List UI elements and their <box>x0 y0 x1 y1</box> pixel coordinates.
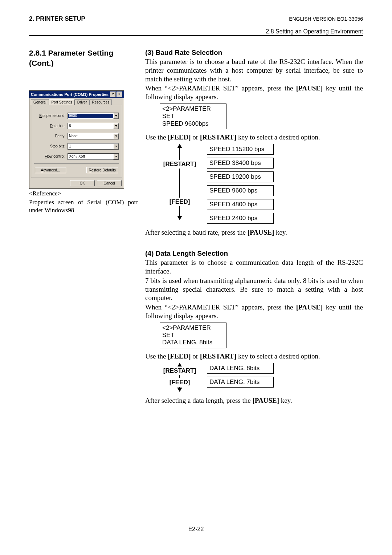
ok-button[interactable]: OK <box>70 180 95 186</box>
s3-p2: When “<2>PARAMETER SET” appears, press t… <box>145 84 363 101</box>
chevron-down-icon[interactable] <box>113 133 119 139</box>
parity-select[interactable]: None <box>68 133 119 139</box>
section-title: 2.8.1 Parameter Setting (Cont.) <box>29 48 138 69</box>
help-icon[interactable]: ? <box>110 92 116 97</box>
stopbits-select[interactable]: 1 <box>68 143 119 150</box>
arrow-down-icon <box>177 216 182 220</box>
speed-option: SPEED 19200 bps <box>207 171 274 182</box>
com-properties-dialog: Communications Port (COM1) Properties ? … <box>29 90 124 189</box>
s4-options: [RESTART] [FEED] DATA LENG. 8bits DATA L… <box>160 363 363 392</box>
chevron-down-icon[interactable] <box>113 113 119 119</box>
lcd-line1: <2>PARAMETER SET <box>162 324 224 339</box>
flow-select[interactable]: Xon / Xoff <box>68 153 119 160</box>
page: 2. PRINTER SETUP ENGLISH VERSION EO1-330… <box>0 0 392 555</box>
s4-lcd: <2>PARAMETER SET DATA LENG. 8bits <box>160 323 226 348</box>
databits-label: Data bits: <box>34 124 68 128</box>
arrow-down-icon <box>177 388 182 392</box>
s4-p3: When “<2>PARAMETER SET” appears, press t… <box>145 303 363 320</box>
tab-driver[interactable]: Driver <box>75 99 90 105</box>
speed-option: SPEED 115200 bps <box>207 144 274 155</box>
chevron-down-icon[interactable] <box>113 123 119 129</box>
s3-p3: Use the [FEED] or [RESTART] key to selec… <box>145 133 363 142</box>
content: 2.8.1 Parameter Setting (Cont.) Communic… <box>29 48 363 405</box>
s3-lcd: <2>PARAMETER SET SPEED 9600bps <box>160 104 226 129</box>
lcd-line1: <2>PARAMETER SET <box>162 105 224 120</box>
reference-text: Properties screen of Serial (COM) port u… <box>29 198 138 214</box>
bps-label: Bits per second: <box>34 114 68 118</box>
header-section: 2.8 Setting an Operating Environment <box>266 28 363 35</box>
s3-p4: After selecting a baud rate, press the [… <box>145 228 363 237</box>
dataleng-option: DATA LENG. 8bits <box>207 363 274 374</box>
chevron-down-icon[interactable] <box>113 154 119 159</box>
tab-port-settings[interactable]: Port Settings <box>49 99 75 105</box>
flow-label: Flow control: <box>34 154 68 158</box>
separator <box>34 163 119 164</box>
s4-p2: 7 bits is used when transmitting alphanu… <box>145 276 363 302</box>
tab-general[interactable]: General <box>31 99 49 105</box>
left-column: 2.8.1 Parameter Setting (Cont.) Communic… <box>29 48 138 405</box>
dialog-panel: Bits per second: 9600 Data bits: 8 Parit… <box>31 105 122 178</box>
restart-key-label: [RESTART] <box>160 160 200 169</box>
s3-p1: This parameter is to choose a baud rate … <box>145 57 363 83</box>
arrow-up-icon <box>177 144 182 148</box>
right-column: (3) Baud Rate Selection This parameter i… <box>145 48 363 405</box>
dialog-title-text: Communications Port (COM1) Properties <box>31 92 109 97</box>
header-right: ENGLISH VERSION EO1-33056 <box>289 16 363 22</box>
bps-select[interactable]: 9600 <box>68 113 119 119</box>
dialog-tabs: General Port Settings Driver Resources <box>29 98 124 105</box>
speed-option: SPEED 4800 bps <box>207 199 274 210</box>
close-icon[interactable]: × <box>117 92 122 97</box>
dataleng-option: DATA LENG. 7bits <box>207 377 274 388</box>
reference-heading: <Reference> <box>29 190 138 198</box>
page-number: E2-22 <box>0 526 392 532</box>
s4-title: (4) Data Length Selection <box>145 250 363 258</box>
header-rule <box>29 35 363 36</box>
restore-defaults-button[interactable]: Restore Defaults <box>86 167 119 173</box>
feed-key-label: [FEED] <box>160 198 200 206</box>
chevron-down-icon[interactable] <box>113 143 119 149</box>
tab-resources[interactable]: Resources <box>90 99 112 105</box>
speed-option: SPEED 2400 bps <box>207 213 274 224</box>
s4-p4: Use the [FEED] or [RESTART] key to selec… <box>145 352 363 361</box>
s3-options: [RESTART] [FEED] SPEED 115200 bps SPEED … <box>160 144 363 224</box>
cancel-button[interactable]: Cancel <box>97 180 122 186</box>
speed-option: SPEED 38400 bps <box>207 158 274 169</box>
header-left: 2. PRINTER SETUP <box>29 15 85 23</box>
stopbits-label: Stop bits: <box>34 144 68 148</box>
restart-key-label: [RESTART] <box>160 366 200 375</box>
feed-key-label: [FEED] <box>160 378 200 387</box>
lcd-line2: DATA LENG. 8bits <box>162 339 224 346</box>
advanced-button[interactable]: Advanced... <box>35 167 66 173</box>
parity-label: Parity: <box>34 134 68 138</box>
databits-select[interactable]: 8 <box>68 123 119 129</box>
lcd-line2: SPEED 9600bps <box>162 120 224 127</box>
s4-p1: This parameter is to choose a communicat… <box>145 258 363 276</box>
speed-option: SPEED 9600 bps <box>207 185 274 196</box>
s4-p5: After selecting a data length, press the… <box>145 396 363 405</box>
dialog-title-bar: Communications Port (COM1) Properties ? … <box>29 91 124 98</box>
s3-title: (3) Baud Rate Selection <box>145 49 363 57</box>
